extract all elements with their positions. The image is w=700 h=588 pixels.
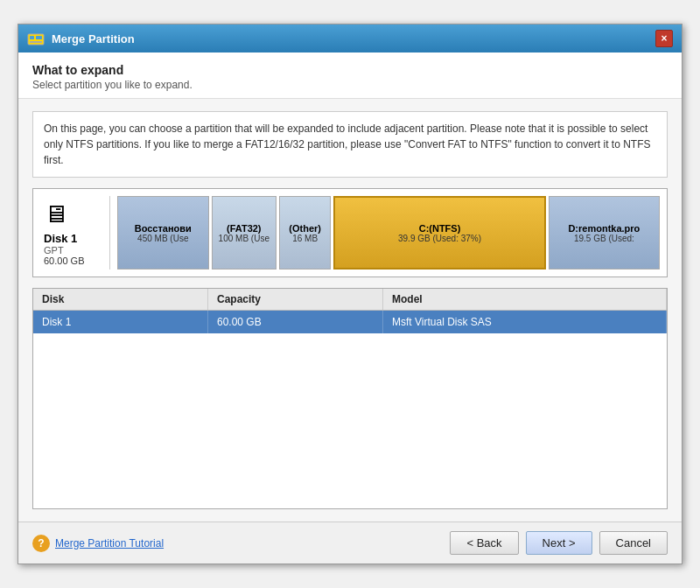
partition-other[interactable]: (Other) 16 MB	[279, 196, 331, 270]
partition-ntfs-detail: 39.9 GB (Used: 37%)	[398, 234, 481, 243]
row-disk: Disk 1	[33, 311, 208, 333]
footer-buttons: < Back Next > Cancel	[450, 531, 668, 555]
partition-ntfs-label: C:(NTFS)	[419, 223, 461, 234]
partition-fat32[interactable]: (FAT32) 100 MB (Use	[212, 196, 276, 270]
help-icon[interactable]: ?	[32, 535, 50, 552]
partition-d[interactable]: D:remontka.pro 19.5 GB (Used:	[549, 196, 660, 270]
disk-name: Disk 1	[44, 232, 77, 245]
disk-size: 60.00 GB	[44, 256, 84, 266]
close-button[interactable]: ×	[655, 30, 673, 47]
dialog-window: Merge Partition × What to expand Select …	[18, 24, 682, 564]
partition-d-detail: 19.5 GB (Used:	[574, 234, 634, 243]
cancel-button[interactable]: Cancel	[599, 531, 668, 555]
table-row[interactable]: Disk 1 60.00 GB Msft Virtual Disk SAS	[33, 311, 667, 333]
section-header: What to expand Select partition you like…	[18, 52, 682, 99]
svg-rect-3	[30, 41, 42, 43]
col-capacity: Capacity	[208, 289, 383, 310]
next-button[interactable]: Next >	[526, 531, 592, 555]
app-icon	[27, 30, 45, 47]
disk-visual: 🖥 Disk 1 GPT 60.00 GB Восстанови 450 MB …	[32, 188, 668, 277]
dialog-title: Merge Partition	[52, 32, 135, 46]
table-empty-area	[33, 333, 667, 508]
info-text: On this page, you can choose a partition…	[44, 122, 651, 166]
partition-recovery[interactable]: Восстанови 450 MB (Use	[117, 196, 209, 270]
partition-other-detail: 16 MB	[292, 234, 318, 243]
partition-d-label: D:remontka.pro	[568, 223, 640, 234]
row-model: Msft Virtual Disk SAS	[383, 311, 667, 333]
title-bar-left: Merge Partition	[27, 30, 135, 47]
partition-ntfs[interactable]: C:(NTFS) 39.9 GB (Used: 37%)	[333, 196, 545, 270]
partition-fat32-label: (FAT32)	[227, 223, 262, 234]
col-disk: Disk	[33, 289, 208, 310]
title-bar: Merge Partition ×	[18, 24, 682, 52]
row-capacity: 60.00 GB	[208, 311, 383, 333]
footer-left: ? Merge Partition Tutorial	[32, 535, 164, 552]
disk-table: Disk Capacity Model Disk 1 60.00 GB Msft…	[32, 288, 668, 509]
partitions-row: Восстанови 450 MB (Use (FAT32) 100 MB (U…	[117, 196, 660, 270]
svg-rect-2	[36, 36, 42, 39]
disk-type: GPT	[44, 245, 64, 256]
col-model: Model	[383, 289, 667, 310]
info-box: On this page, you can choose a partition…	[32, 111, 668, 178]
section-title: What to expand	[32, 63, 668, 77]
svg-rect-1	[30, 36, 34, 39]
back-button[interactable]: < Back	[450, 531, 518, 555]
footer: ? Merge Partition Tutorial < Back Next >…	[18, 522, 682, 564]
disk-info: 🖥 Disk 1 GPT 60.00 GB	[40, 196, 110, 270]
partition-other-label: (Other)	[289, 223, 321, 234]
disk-icon: 🖥	[44, 200, 68, 228]
content-area: On this page, you can choose a partition…	[18, 99, 682, 522]
table-header: Disk Capacity Model	[33, 289, 667, 311]
partition-recovery-label: Восстанови	[135, 223, 192, 234]
partition-fat32-detail: 100 MB (Use	[219, 234, 270, 243]
tutorial-link[interactable]: Merge Partition Tutorial	[55, 537, 164, 550]
partition-recovery-detail: 450 MB (Use	[137, 234, 188, 243]
section-subtitle: Select partition you like to expand.	[32, 79, 668, 91]
